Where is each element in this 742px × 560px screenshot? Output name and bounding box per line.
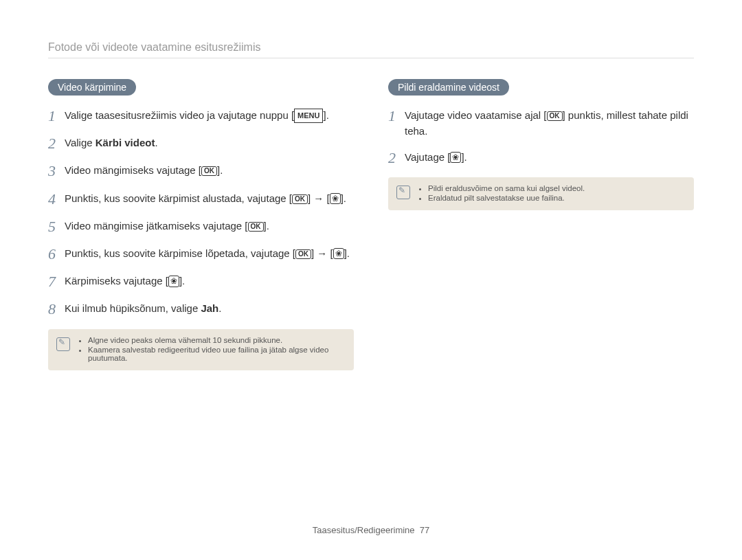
ok-icon: OK: [201, 166, 217, 176]
flower-icon: ❀: [333, 248, 344, 259]
step-number: 1: [388, 108, 405, 124]
left-note-box: Algne video peaks olema vähemalt 10 seku…: [48, 329, 354, 370]
menu-icon: MENU: [294, 109, 323, 123]
left-column: Video kärpimine 1Valige taasesitusrežiim…: [48, 79, 354, 370]
step-number: 5: [48, 219, 65, 235]
note-icon: [396, 186, 410, 199]
step-item: 5Video mängimise jätkamiseks vajutage [O…: [48, 219, 354, 235]
step-text: Punktis, kus soovite kärpimise lõpetada,…: [65, 246, 354, 262]
step-item: 7Kärpimiseks vajutage [❀].: [48, 273, 354, 290]
step-text: Kärpimiseks vajutage [❀].: [65, 273, 354, 289]
step-text: Valige Kärbi videot.: [65, 135, 354, 151]
step-item: 8Kui ilmub hüpiksõnum, valige Jah.: [48, 301, 354, 317]
step-number: 3: [48, 163, 65, 179]
note-item: Pildi eraldusvõime on sama kui algsel vi…: [428, 184, 585, 192]
section-heading-right: Pildi eraldamine videost: [388, 79, 509, 96]
left-steps-list: 1Valige taasesitusrežiimis video ja vaju…: [48, 108, 354, 318]
left-notes: Algne video peaks olema vähemalt 10 seku…: [78, 336, 344, 363]
flower-icon: ❀: [330, 193, 341, 204]
section-heading-left: Video kärpimine: [48, 79, 136, 96]
step-text: Video mängimiseks vajutage [OK].: [65, 163, 354, 179]
breadcrumb: Fotode või videote vaatamine esitusrežii…: [48, 41, 694, 58]
note-icon: [56, 337, 70, 351]
right-steps-list: 1Vajutage video vaatamise ajal [OK] punk…: [388, 108, 694, 166]
step-number: 7: [48, 273, 65, 290]
ok-icon: OK: [292, 194, 308, 204]
step-item: 1Valige taasesitusrežiimis video ja vaju…: [48, 108, 354, 124]
right-column: Pildi eraldamine videost 1Vajutage video…: [388, 79, 694, 370]
step-item: 6Punktis, kus soovite kärpimise lõpetada…: [48, 246, 354, 262]
step-item: 2Vajutage [❀].: [388, 150, 694, 166]
step-text: Vajutage [❀].: [405, 150, 694, 166]
step-number: 2: [388, 150, 405, 166]
step-item: 3Video mängimiseks vajutage [OK].: [48, 163, 354, 179]
step-text: Vajutage video vaatamise ajal [OK] punkt…: [405, 108, 694, 139]
right-note-box: Pildi eraldusvõime on sama kui algsel vi…: [388, 177, 694, 210]
step-text: Punktis, kus soovite kärpimist alustada,…: [65, 191, 354, 207]
flower-icon: ❀: [168, 276, 179, 287]
flower-icon: ❀: [450, 152, 461, 163]
footer-page-number: 77: [420, 525, 429, 535]
footer-section: Taasesitus/Redigeerimine: [313, 525, 415, 535]
step-number: 8: [48, 301, 65, 317]
page-footer: Taasesitus/Redigeerimine 77: [0, 525, 742, 535]
step-number: 4: [48, 191, 65, 208]
ok-icon: OK: [295, 249, 311, 259]
note-item: Eraldatud pilt salvestatakse uue failina…: [428, 194, 585, 202]
step-number: 2: [48, 135, 65, 152]
right-notes: Pildi eraldusvõime on sama kui algsel vi…: [418, 184, 585, 203]
step-item: 4Punktis, kus soovite kärpimist alustada…: [48, 191, 354, 208]
step-number: 1: [48, 108, 65, 124]
step-text: Valige taasesitusrežiimis video ja vajut…: [65, 108, 354, 124]
step-item: 1Vajutage video vaatamise ajal [OK] punk…: [388, 108, 694, 139]
note-item: Kaamera salvestab redigeeritud video uue…: [88, 346, 344, 362]
step-text: Kui ilmub hüpiksõnum, valige Jah.: [65, 301, 354, 317]
ok-icon: OK: [248, 222, 264, 232]
note-item: Algne video peaks olema vähemalt 10 seku…: [88, 336, 344, 344]
step-number: 6: [48, 246, 65, 262]
step-text: Video mängimise jätkamiseks vajutage [OK…: [65, 219, 354, 234]
ok-icon: OK: [547, 111, 563, 121]
step-item: 2Valige Kärbi videot.: [48, 135, 354, 152]
